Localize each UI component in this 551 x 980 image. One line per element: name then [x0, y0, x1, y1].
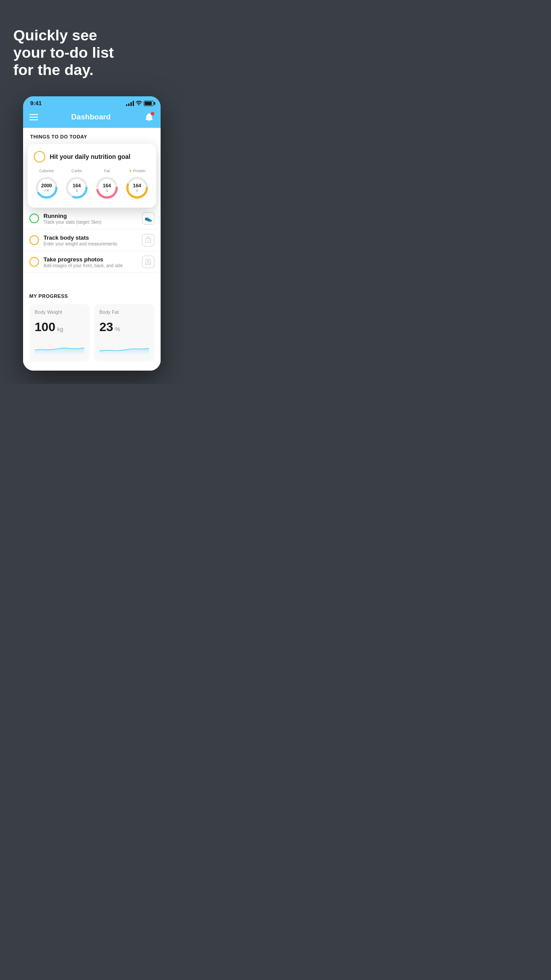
body-stats-text: Track body stats Enter your weight and m…	[43, 234, 138, 246]
battery-icon	[144, 101, 153, 106]
nav-title: Dashboard	[71, 113, 111, 122]
scale-icon-box	[142, 234, 154, 246]
photos-subtitle: Add images of your front, back, and side	[43, 263, 138, 268]
running-text: Running Track your stats (target: 5km)	[43, 213, 138, 225]
todo-item-running[interactable]: Running Track your stats (target: 5km) 👟	[23, 208, 161, 229]
body-fat-value-row: 23 %	[99, 320, 149, 334]
notification-bell-icon[interactable]	[144, 112, 154, 122]
wifi-icon	[136, 100, 142, 106]
protein-label-row: ★ Protein	[129, 169, 146, 173]
status-icons	[126, 100, 153, 106]
nutrition-check-circle[interactable]	[34, 151, 45, 162]
body-stats-title: Track body stats	[43, 234, 138, 241]
calories-donut: 2000 cal	[34, 175, 59, 201]
progress-title: MY PROGRESS	[29, 293, 154, 299]
nutrition-carbs: Carbs 164 g	[64, 169, 90, 201]
tagline: Quickly see your to-do list for the day.	[0, 18, 184, 96]
scale-icon	[145, 237, 152, 244]
signal-icon	[126, 101, 134, 106]
photos-text: Take progress photos Add images of your …	[43, 256, 138, 268]
card-title-row: Hit your daily nutrition goal	[34, 151, 150, 162]
body-stats-check-circle	[29, 235, 39, 245]
nutrition-calories: Calories 2000 cal	[34, 169, 59, 201]
section-header-todo: THINGS TO DO TODAY	[23, 128, 161, 144]
carbs-label: Carbs	[71, 169, 82, 173]
svg-point-12	[147, 260, 149, 262]
menu-icon[interactable]	[29, 114, 38, 120]
phone-content: THINGS TO DO TODAY Hit your daily nutrit…	[23, 128, 161, 371]
nutrition-card-title: Hit your daily nutrition goal	[50, 153, 130, 160]
nutrition-card: Hit your daily nutrition goal Calories	[28, 144, 156, 208]
fat-label: Fat	[104, 169, 110, 173]
calories-value: 2000 cal	[41, 183, 52, 192]
shoe-icon: 👟	[145, 215, 152, 222]
person-icon-box	[142, 256, 154, 268]
protein-value: 164 g	[133, 183, 141, 192]
protein-donut: 164 g	[124, 175, 150, 201]
photos-check-circle	[29, 257, 39, 267]
progress-section: MY PROGRESS Body Weight 100 kg	[23, 286, 161, 371]
nutrition-protein: ★ Protein 164 g	[124, 169, 150, 201]
nutrition-fat: Fat 164 g	[94, 169, 120, 201]
body-weight-unit: kg	[57, 326, 63, 332]
running-title: Running	[43, 213, 138, 219]
fat-value: 164 g	[103, 183, 111, 192]
fat-donut: 164 g	[94, 175, 120, 201]
body-stats-subtitle: Enter your weight and measurements	[43, 241, 138, 246]
todo-item-photos[interactable]: Take progress photos Add images of your …	[23, 251, 161, 273]
protein-label: Protein	[133, 169, 146, 173]
carbs-donut: 164 g	[64, 175, 90, 201]
person-icon	[145, 258, 152, 265]
calories-label: Calories	[39, 169, 54, 173]
phone-mockup: 9:41 Dashboard	[23, 96, 161, 371]
running-check-circle	[29, 213, 39, 223]
progress-cards: Body Weight 100 kg	[29, 304, 154, 362]
body-weight-chart	[35, 341, 84, 355]
body-weight-value-row: 100 kg	[35, 320, 84, 334]
photos-title: Take progress photos	[43, 256, 138, 263]
body-weight-number: 100	[35, 320, 55, 334]
body-fat-chart	[99, 341, 149, 355]
running-icon-box: 👟	[142, 212, 154, 225]
todo-list: Running Track your stats (target: 5km) 👟…	[23, 208, 161, 273]
running-subtitle: Track your stats (target: 5km)	[43, 220, 138, 225]
body-fat-card[interactable]: Body Fat 23 %	[94, 304, 154, 362]
body-weight-label: Body Weight	[35, 309, 84, 315]
body-weight-card[interactable]: Body Weight 100 kg	[29, 304, 90, 362]
body-fat-number: 23	[99, 320, 113, 334]
body-fat-unit: %	[115, 326, 120, 332]
star-icon: ★	[129, 169, 132, 173]
page-wrapper: Quickly see your to-do list for the day.…	[0, 0, 184, 384]
nav-bar: Dashboard	[23, 108, 161, 128]
carbs-value: 164 g	[73, 183, 81, 192]
todo-item-body-stats[interactable]: Track body stats Enter your weight and m…	[23, 229, 161, 251]
body-fat-label: Body Fat	[99, 309, 149, 315]
nutrition-grid: Calories 2000 cal	[34, 169, 150, 201]
status-bar: 9:41	[23, 96, 161, 108]
status-time: 9:41	[30, 100, 42, 107]
